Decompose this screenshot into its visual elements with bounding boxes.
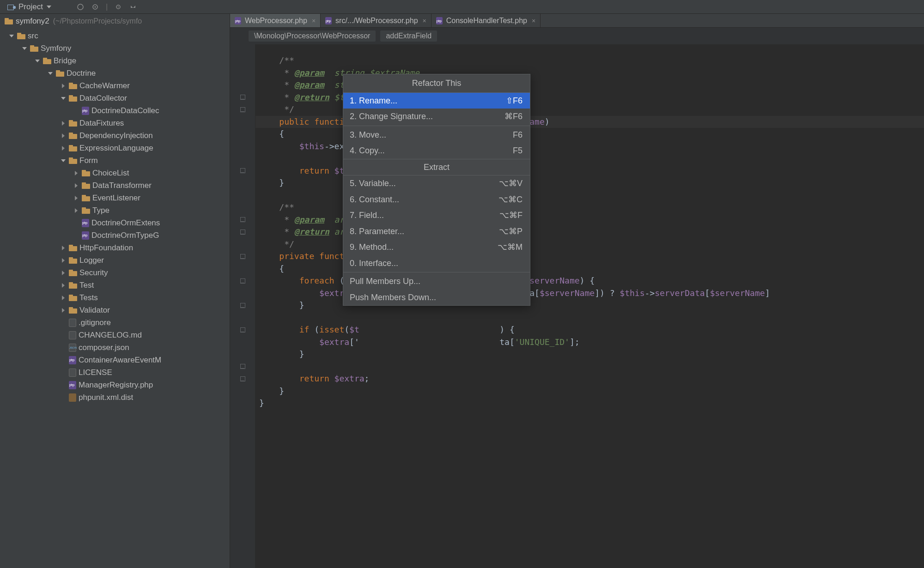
- popup-item[interactable]: 8. Parameter...⌥⌘P: [343, 224, 530, 240]
- fold-icon[interactable]: [240, 278, 245, 284]
- project-dropdown[interactable]: Project: [4, 1, 55, 12]
- folder-icon: [17, 33, 25, 39]
- tree-arrow-icon[interactable]: [60, 282, 67, 289]
- popup-item[interactable]: 6. Constant...⌥⌘C: [343, 192, 530, 208]
- popup-item[interactable]: Push Members Down...: [343, 290, 530, 306]
- tree-node[interactable]: DependencyInjection: [0, 129, 230, 142]
- fold-icon[interactable]: [240, 168, 245, 173]
- tree-arrow-icon[interactable]: [60, 145, 67, 151]
- hide-icon[interactable]: [129, 3, 137, 11]
- tree-node[interactable]: DataFixtures: [0, 117, 230, 129]
- tree-arrow-icon[interactable]: [73, 170, 79, 176]
- fold-icon[interactable]: [240, 376, 245, 381]
- tree-node[interactable]: Test: [0, 279, 230, 291]
- tree-label: Validator: [79, 306, 110, 315]
- breadcrumb-method[interactable]: addExtraField: [380, 30, 437, 42]
- tree-arrow-icon[interactable]: [60, 133, 67, 139]
- popup-item-shortcut: F6: [513, 129, 523, 141]
- fold-icon[interactable]: [240, 230, 245, 235]
- chevron-down-icon: [47, 6, 51, 8]
- tree-node[interactable]: Doctrine: [0, 67, 230, 79]
- tree-arrow-icon[interactable]: [60, 83, 67, 89]
- tab-label: src/.../WebProcessor.php: [335, 17, 418, 25]
- popup-item[interactable]: 2. Change Signature...⌘F6: [343, 109, 530, 125]
- tree-node[interactable]: EventListener: [0, 192, 230, 204]
- editor-tab[interactable]: WebProcessor.php×: [230, 14, 321, 27]
- tree-node[interactable]: DoctrineOrmTypeG: [0, 229, 230, 242]
- close-icon[interactable]: ×: [532, 17, 535, 24]
- editor-tabs: WebProcessor.php×src/.../WebProcessor.ph…: [230, 14, 924, 28]
- tree-node[interactable]: phpunit.xml.dist: [0, 391, 230, 404]
- tree-arrow-icon[interactable]: [73, 207, 79, 214]
- tree-node[interactable]: DoctrineOrmExtens: [0, 217, 230, 229]
- tree-node[interactable]: Form: [0, 154, 230, 167]
- fold-icon[interactable]: [240, 254, 245, 259]
- popup-item[interactable]: 4. Copy...F5: [343, 143, 530, 159]
- tree-arrow-icon[interactable]: [34, 58, 41, 64]
- tree-arrow-icon[interactable]: [60, 295, 67, 301]
- tree-arrow-icon[interactable]: [73, 182, 79, 189]
- tree-node[interactable]: src: [0, 30, 230, 42]
- tree-node[interactable]: DoctrineDataCollec: [0, 104, 230, 117]
- tree-arrow-icon[interactable]: [60, 270, 67, 276]
- tree-node[interactable]: ManagerRegistry.php: [0, 379, 230, 391]
- fold-icon[interactable]: [240, 107, 245, 112]
- fold-icon[interactable]: [240, 217, 245, 222]
- popup-item[interactable]: 9. Method...⌥⌘M: [343, 239, 530, 255]
- folder-icon: [69, 245, 77, 251]
- tree-label: EventListener: [92, 193, 140, 203]
- tree-arrow-icon[interactable]: [21, 45, 28, 52]
- tree-arrow-icon[interactable]: [73, 195, 79, 201]
- tree-node[interactable]: composer.json: [0, 341, 230, 354]
- tree-arrow-icon[interactable]: [60, 245, 67, 251]
- popup-item[interactable]: 0. Interface...: [343, 255, 530, 272]
- fold-icon[interactable]: [240, 95, 245, 100]
- tree-node[interactable]: ExpressionLanguage: [0, 142, 230, 154]
- tree-node[interactable]: Tests: [0, 291, 230, 304]
- collapse-icon[interactable]: [76, 3, 85, 11]
- tree-label: .gitignore: [79, 318, 111, 327]
- tree-node[interactable]: CacheWarmer: [0, 79, 230, 92]
- fold-icon[interactable]: [240, 303, 245, 308]
- tree-arrow-icon[interactable]: [60, 257, 67, 264]
- tree-node[interactable]: HttpFoundation: [0, 242, 230, 254]
- tree-node[interactable]: Symfony: [0, 42, 230, 54]
- popup-item[interactable]: 3. Move...F6: [343, 127, 530, 143]
- tree-arrow-icon[interactable]: [60, 307, 67, 314]
- popup-item[interactable]: 1. Rename...⇧F6: [343, 93, 530, 109]
- project-root[interactable]: symfony2 (~/PhpstormProjects/symfo: [0, 14, 230, 29]
- editor-tab[interactable]: ConsoleHandlerTest.php×: [432, 14, 541, 27]
- target-icon[interactable]: [91, 3, 99, 11]
- tree-arrow-icon[interactable]: [60, 95, 67, 102]
- popup-item-shortcut: F5: [513, 145, 523, 157]
- fold-icon[interactable]: [240, 364, 245, 369]
- tree-node[interactable]: Bridge: [0, 54, 230, 67]
- close-icon[interactable]: ×: [312, 17, 316, 24]
- tree-node[interactable]: Type: [0, 204, 230, 217]
- project-sidebar: symfony2 (~/PhpstormProjects/symfo srcSy…: [0, 14, 230, 568]
- tree-node[interactable]: ChoiceList: [0, 167, 230, 179]
- popup-item[interactable]: 5. Variable...⌥⌘V: [343, 175, 530, 192]
- gear-icon[interactable]: [114, 3, 122, 11]
- tree-node[interactable]: .gitignore: [0, 316, 230, 329]
- editor-tab[interactable]: src/.../WebProcessor.php×: [321, 14, 432, 27]
- tree-node[interactable]: DataCollector: [0, 92, 230, 104]
- tree-arrow-icon[interactable]: [47, 70, 54, 77]
- tree-node[interactable]: LICENSE: [0, 366, 230, 379]
- code-editor[interactable]: /** * @param string $extraName * @param …: [230, 44, 924, 568]
- tree-node[interactable]: Logger: [0, 254, 230, 266]
- tree-arrow-icon[interactable]: [8, 33, 15, 39]
- tree-arrow-icon[interactable]: [60, 120, 67, 127]
- tree-node[interactable]: DataTransformer: [0, 179, 230, 192]
- tree-arrow-icon[interactable]: [60, 157, 67, 164]
- close-icon[interactable]: ×: [423, 17, 426, 24]
- popup-item[interactable]: Pull Members Up...: [343, 273, 530, 290]
- folder-icon: [43, 58, 51, 64]
- tree-node[interactable]: CHANGELOG.md: [0, 329, 230, 341]
- breadcrumb-path[interactable]: \Monolog\Processor\WebProcessor: [249, 30, 376, 42]
- popup-item[interactable]: 7. Field...⌥⌘F: [343, 207, 530, 224]
- tree-node[interactable]: Validator: [0, 304, 230, 316]
- tree-node[interactable]: ContainerAwareEventM: [0, 354, 230, 366]
- fold-icon[interactable]: [240, 327, 245, 332]
- tree-node[interactable]: Security: [0, 266, 230, 279]
